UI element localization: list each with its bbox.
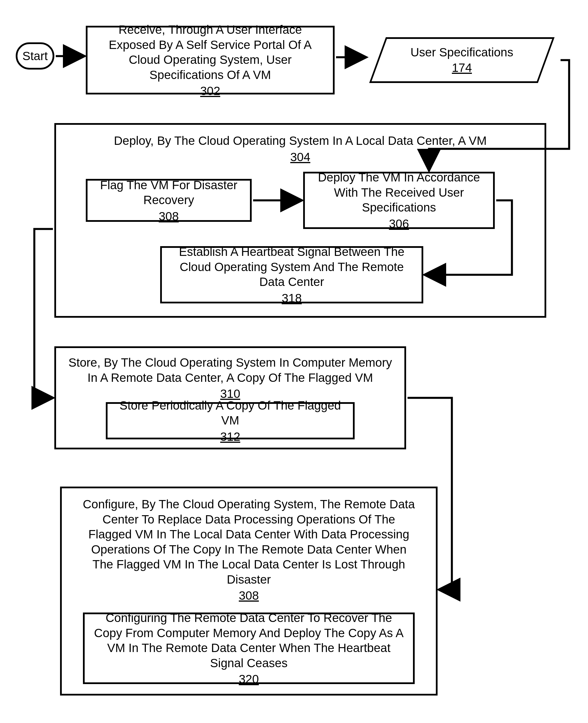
block-312: Store Periodically A Copy Of The Flagged… <box>106 402 355 439</box>
block-312-ref: 312 <box>220 430 240 444</box>
block-306: Deploy The VM In Accordance With The Rec… <box>303 172 495 229</box>
block-318-ref: 318 <box>282 292 302 305</box>
block-304-ref: 304 <box>290 150 310 164</box>
block-308a-ref: 308 <box>159 209 179 223</box>
block-320-ref: 320 <box>239 672 259 686</box>
block-320: Configuring The Remote Data Center To Re… <box>83 612 415 684</box>
block-174-text: User Specifications <box>411 45 513 59</box>
block-174: User Specifications 174 <box>378 37 546 83</box>
block-302-text: Receive, Through A User Interface Expose… <box>96 22 324 82</box>
block-308a-text: Flag The VM For Disaster Recovery <box>96 178 241 208</box>
block-320-text: Configuring The Remote Data Center To Re… <box>93 610 404 670</box>
block-302: Receive, Through A User Interface Expose… <box>86 26 335 95</box>
block-308b-ref: 308 <box>239 589 259 603</box>
block-312-text: Store Periodically A Copy Of The Flagged… <box>116 398 344 428</box>
block-308b-text: Configure, By The Cloud Operating System… <box>80 497 418 587</box>
block-308a: Flag The VM For Disaster Recovery 308 <box>86 179 252 222</box>
block-310-text: Store, By The Cloud Operating System In … <box>65 355 396 385</box>
start-label: Start <box>22 49 48 63</box>
block-302-ref: 302 <box>200 84 220 98</box>
start-node: Start <box>16 42 54 69</box>
block-318: Establish A Heartbeat Signal Between The… <box>160 246 423 303</box>
block-304-text: Deploy, By The Cloud Operating System In… <box>114 133 486 148</box>
block-318-text: Establish A Heartbeat Signal Between The… <box>170 244 413 290</box>
block-306-text: Deploy The VM In Accordance With The Rec… <box>313 170 484 215</box>
block-306-ref: 306 <box>389 217 409 231</box>
block-174-ref: 174 <box>452 61 472 75</box>
